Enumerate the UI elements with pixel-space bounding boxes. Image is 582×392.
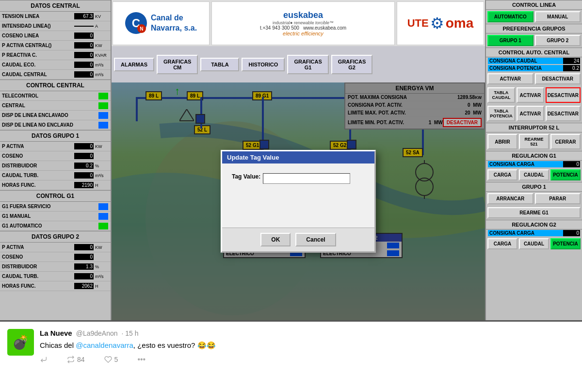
btn-potencia-g2[interactable]: POTENCIA [550, 238, 581, 249]
row-tension-linea: TENSION LINEA 67.3 KV [0, 12, 111, 21]
row-g1-distribuidor: DISTRIBUIDOR 0.2 % [0, 161, 111, 171]
euskabea-tagline: electric efficiency [283, 31, 323, 36]
modal-ok-button[interactable]: OK [260, 233, 291, 246]
modal-cancel-button[interactable]: Cancel [295, 233, 336, 246]
btn-carga-g1[interactable]: CARGA [487, 169, 517, 180]
oma-text: oma [446, 16, 474, 31]
status-g1-manual [98, 213, 108, 220]
row-g1-horas: HORAS FUNC. 2190 H [0, 180, 111, 190]
btn-graficas-cm[interactable]: GRAFICASCM [157, 55, 198, 74]
row-telecontrol: TELECONTROL [0, 91, 111, 101]
center-area: C N Canal deNavarra, s.a. euskabea indus… [112, 0, 485, 320]
row-p-activa-central: P ACTIVA CENTRAL() 0 KW [0, 41, 111, 50]
social-area: 💣 La Nueve @La9deAnon · 15 h Chicas del … [0, 320, 582, 392]
btn-caudal-g2[interactable]: CAUDAL [519, 238, 549, 249]
logo-ute: UTE ⚙ oma [397, 1, 484, 45]
section-datos-central: DATOS CENTRAL [0, 0, 111, 12]
row-g1-manual: G1 MANUAL [0, 212, 111, 221]
section-preferencia-grupos: PREFERENCIA GRUPOS [486, 24, 582, 33]
row-g1-coseno: COSENO 0 [0, 151, 111, 161]
btn-tabla-potencia[interactable]: TABLA POTENCIA [487, 106, 515, 121]
row-g1-auto: G1 AUTOMATICO [0, 221, 111, 231]
btn-cerrar[interactable]: CERRAR [550, 134, 581, 149]
euskabea-name: euskabea [283, 10, 323, 20]
btn-graficas-g1[interactable]: GRAFICASG1 [287, 55, 328, 74]
section-regulacion-g1: REGULACION G1 [486, 151, 582, 161]
btn-rearme-521[interactable]: REARME 521 [519, 134, 549, 149]
tweet-more-btn[interactable]: ••• [137, 355, 146, 364]
tweet-retweet-count: 84 [77, 356, 85, 363]
euskabea-sub: industrial● renewable torcible™ [273, 20, 334, 25]
modal-update-tag: Update Tag Value Tag Value: OK Cancel [221, 150, 376, 253]
tweet-avatar: 💣 [7, 329, 34, 356]
section-regulacion-g2: REGULACION G2 [486, 220, 582, 229]
scada-area: DATOS CENTRAL TENSION LINEA 67.3 KV INTE… [0, 0, 582, 320]
tweet-handle: @La9deAnon [76, 329, 118, 337]
tweet-like-count: 5 [114, 356, 118, 363]
modal-body: Tag Value: [222, 163, 374, 228]
btn-caudal-g1[interactable]: CAUDAL [519, 169, 549, 180]
btn-parar-g1[interactable]: PARAR [535, 193, 581, 204]
btn-rearme-g1[interactable]: REARME G1 [487, 207, 581, 218]
btn-desactivar-caudal[interactable]: DESACTIVAR [546, 87, 581, 103]
regulacion-g2-btns: CARGA CAUDAL POTENCIA [486, 237, 582, 251]
tweet-like-btn[interactable]: 5 [104, 355, 118, 364]
btn-activar-potencia[interactable]: ACTIVAR [517, 106, 544, 121]
section-control-central: CONTROL CENTRAL [0, 80, 111, 91]
tweet-text: Chicas del @canaldenavarra, ¿esto es vue… [40, 340, 575, 350]
btn-grupo2[interactable]: GRUPO 2 [535, 35, 581, 46]
btn-manual[interactable]: MANUAL [535, 11, 581, 22]
section-control-g1: CONTROL G1 [0, 190, 111, 202]
canal-name-text: Canal deNavarra, s.a. [151, 13, 197, 33]
row-consigna-caudal: CONSIGNA CAUDAL 24 [486, 57, 582, 65]
btn-potencia-g1[interactable]: POTENCIA [550, 169, 581, 180]
tweet-reply-btn[interactable] [40, 355, 48, 364]
tabla-caudal-row: TABLA CAUDAL ACTIVAR DESACTIVAR [486, 86, 582, 104]
row-caudal-eco: CAUDAL ECO. 0 m³/s [0, 60, 111, 70]
tabla-potencia-row: TABLA POTENCIA ACTIVAR DESACTIVAR [486, 104, 582, 123]
tweet-retweet-btn[interactable]: 84 [67, 355, 85, 364]
row-p-reactiva: P REACTIVA C. 0 KVAR [0, 50, 111, 60]
ute-icon: ⚙ [430, 14, 444, 33]
modal-title: Update Tag Value [222, 151, 374, 163]
canal-c-icon: C N [125, 12, 147, 34]
btn-desactivar-auto[interactable]: DESACTIVAR [535, 73, 581, 84]
btn-abrir[interactable]: ABRIR [487, 134, 517, 149]
row-consigna-carga-g1: CONSIGNA CARGA 0 [486, 161, 582, 168]
row-g1-fuera: G1 FUERA SERVICIO [0, 202, 111, 212]
btn-alarmas[interactable]: ALARMAS [114, 58, 154, 71]
btn-desactivar-potencia[interactable]: DESACTIVAR [546, 106, 581, 121]
section-grupo1-control: GRUPO 1 [486, 182, 582, 192]
row-caudal-central: CAUDAL CENTRAL 0 m³/s [0, 70, 111, 80]
regulacion-g1-btns: CARGA CAUDAL POTENCIA [486, 168, 582, 182]
status-disp-enclavado [98, 112, 108, 119]
btn-carga-g2[interactable]: CARGA [487, 238, 517, 249]
tweet-username: La Nueve [40, 329, 72, 337]
row-g2-distribuidor: DISTRIBUIDOR 1.3 % [0, 262, 111, 272]
modal-tag-input[interactable] [263, 173, 350, 184]
btn-graficas-g2[interactable]: GRAFICASG2 [331, 55, 372, 74]
btn-tabla[interactable]: TABLA [200, 58, 239, 71]
section-datos-grupo1: DATOS GRUPO 1 [0, 130, 111, 142]
interruptor-btns: ABRIR REARME 521 CERRAR [486, 132, 582, 151]
btn-arrancar-g1[interactable]: ARRANCAR [487, 193, 534, 204]
btn-activar-auto[interactable]: ACTIVAR [487, 73, 534, 84]
main-container: DATOS CENTRAL TENSION LINEA 67.3 KV INTE… [0, 0, 582, 392]
btn-automatico[interactable]: AUTOMATICO [487, 11, 534, 22]
tweet-mention[interactable]: @canaldenavarra [76, 341, 133, 349]
tweet-time: · 15 h [122, 329, 139, 337]
row-consigna-potencia: CONSIGNA POTENCIA 0.2 [486, 65, 582, 72]
row-intensidad: INTENSIDAD LINEA() A [0, 21, 111, 31]
btn-tabla-caudal[interactable]: TABLA CAUDAL [487, 87, 515, 103]
left-panel: DATOS CENTRAL TENSION LINEA 67.3 KV INTE… [0, 0, 112, 320]
btn-activar-caudal[interactable]: ACTIVAR [517, 87, 544, 103]
row-disp-no-enclavado: DISP DE LINEA NO ENCLAVAD [0, 120, 111, 130]
row-disp-enclavado: DISP DE LINEA ENCLAVADO [0, 111, 111, 120]
modal-tag-label: Tag Value: [232, 173, 260, 180]
btn-historico[interactable]: HISTORICO [242, 58, 285, 71]
header-bar: C N Canal deNavarra, s.a. euskabea indus… [112, 0, 485, 46]
btn-grupo1[interactable]: GRUPO 1 [487, 35, 534, 46]
row-g1-caudal-turb: CAUDAL TURB. 0 m³/s [0, 171, 111, 180]
status-g1-fuera [98, 203, 108, 210]
scada-display: 89 L ↑ 89 L 52 L 89 G1 52 [112, 82, 485, 320]
